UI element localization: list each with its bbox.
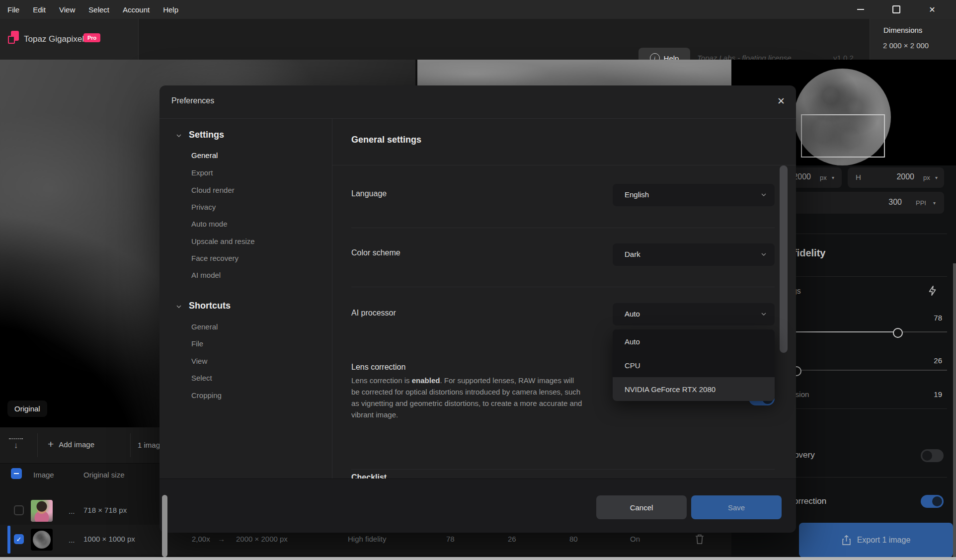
unit-dropdown-icon[interactable]: ▾ xyxy=(935,175,938,180)
add-image-button[interactable]: + Add image xyxy=(48,438,94,450)
slider1-track[interactable] xyxy=(897,331,947,332)
face-recovery-toggle[interactable] xyxy=(921,449,944,462)
close-icon: ✕ xyxy=(929,5,935,14)
dialog-scrollbar[interactable] xyxy=(780,165,788,353)
dropdown-option-cpu[interactable]: CPU xyxy=(613,353,775,377)
color-scheme-select[interactable]: Dark xyxy=(613,243,775,266)
lens-correction-toggle[interactable] xyxy=(921,495,944,508)
image-thumbnail xyxy=(31,500,53,522)
value2-cell: 26 xyxy=(508,535,516,543)
select-all-checkbox[interactable] xyxy=(11,468,22,479)
dialog-title: Preferences xyxy=(171,96,214,105)
filename-ellipsis: ... xyxy=(69,507,75,515)
ai-processor-select[interactable]: Auto xyxy=(613,303,775,325)
value3-cell: 80 xyxy=(569,535,578,543)
height-label: H xyxy=(856,173,861,181)
color-scheme-value: Dark xyxy=(625,250,640,258)
check-icon: ✓ xyxy=(16,536,22,543)
sidebar-item-shortcuts-view[interactable]: View xyxy=(191,357,207,365)
unit-dropdown-icon[interactable]: ▾ xyxy=(933,200,936,206)
toggle-knob xyxy=(932,496,942,506)
collapse-tray-icon[interactable]: ↓ xyxy=(9,438,23,454)
dimensions-box: Dimensions 2 000 × 2 000 xyxy=(870,19,956,60)
general-settings-heading: General settings xyxy=(351,135,421,145)
menu-edit[interactable]: Edit xyxy=(33,5,46,14)
column-header-image: Image xyxy=(33,471,54,479)
toggle-knob xyxy=(922,451,932,461)
sidebar-section-settings[interactable]: Settings xyxy=(189,130,224,140)
sidebar-item-upscale-and-resize[interactable]: Upscale and resize xyxy=(191,237,255,245)
color-scheme-label: Color scheme xyxy=(351,248,400,257)
slider2-track[interactable] xyxy=(796,370,947,371)
delete-image-button[interactable] xyxy=(695,534,705,545)
preferences-dialog: Preferences ✕ Settings General Export Cl… xyxy=(159,85,796,532)
sidebar-item-cloud-render[interactable]: Cloud render xyxy=(191,186,235,194)
sidebar-item-shortcuts-file[interactable]: File xyxy=(191,339,203,348)
sidebar-item-general[interactable]: General xyxy=(191,151,218,160)
original-size-cell: 1000 × 1000 px xyxy=(83,535,135,543)
topaz-logo-icon-outline xyxy=(8,36,15,44)
dropdown-option-nvidia[interactable]: NVIDIA GeForce RTX 2080 xyxy=(613,377,775,401)
menu-account[interactable]: Account xyxy=(123,5,150,14)
row-divider xyxy=(351,228,775,228)
export-button[interactable]: Export 1 image xyxy=(799,523,953,558)
cancel-button[interactable]: Cancel xyxy=(596,495,687,519)
settings-section-chevron[interactable] xyxy=(175,132,183,140)
ai-processor-dropdown: Auto CPU NVIDIA GeForce RTX 2080 xyxy=(613,329,775,401)
row-checkbox[interactable] xyxy=(14,505,24,515)
navigator-viewport-rect[interactable] xyxy=(801,114,885,158)
chevron-down-icon xyxy=(175,132,183,140)
tray-scrollbar[interactable] xyxy=(162,495,167,557)
shortcuts-section-chevron[interactable] xyxy=(175,303,183,311)
menu-help[interactable]: Help xyxy=(163,5,178,14)
window-close-button[interactable]: ✕ xyxy=(925,0,939,19)
menu-view[interactable]: View xyxy=(59,5,75,14)
share-export-icon xyxy=(842,535,851,546)
dropdown-option-auto[interactable]: Auto xyxy=(613,329,775,353)
slider1-handle[interactable] xyxy=(893,328,903,338)
dimensions-value: 2 000 × 2 000 xyxy=(883,41,929,50)
dialog-footer: Cancel Save xyxy=(159,479,796,533)
pro-badge: Pro xyxy=(83,33,100,42)
sidebar-item-shortcuts-select[interactable]: Select xyxy=(191,374,212,382)
row-divider xyxy=(351,469,775,470)
sidebar-item-auto-mode[interactable]: Auto mode xyxy=(191,220,228,228)
row-checkbox[interactable]: ✓ xyxy=(14,534,24,544)
unit-dropdown-icon[interactable]: ▾ xyxy=(832,175,834,180)
arrow-right-icon: → xyxy=(218,535,225,543)
menu-file[interactable]: File xyxy=(7,5,19,14)
menu-select[interactable]: Select xyxy=(88,5,109,14)
image-thumbnail xyxy=(31,529,53,551)
export-button-label: Export 1 image xyxy=(857,536,911,545)
dialog-content: General settings Language English Color … xyxy=(332,118,796,479)
auto-settings-button[interactable] xyxy=(927,285,938,297)
sidebar-item-shortcuts-general[interactable]: General xyxy=(191,322,218,331)
sidebar-section-shortcuts[interactable]: Shortcuts xyxy=(189,301,231,311)
resolution-value: 300 xyxy=(855,198,902,207)
height-field[interactable]: H 2000 px ▾ xyxy=(848,167,944,188)
language-label: Language xyxy=(351,189,387,198)
ai-processor-value: Auto xyxy=(625,310,640,318)
chevron-down-icon xyxy=(175,303,183,311)
dialog-close-button[interactable]: ✕ xyxy=(777,95,785,107)
sidebar-item-privacy[interactable]: Privacy xyxy=(191,203,216,211)
sidebar-item-export[interactable]: Export xyxy=(191,168,213,177)
slider1-value: 78 xyxy=(905,314,942,322)
chevron-down-icon xyxy=(760,191,768,199)
sidebar-item-shortcuts-cropping[interactable]: Cropping xyxy=(191,391,222,400)
menu-bar: File Edit View Select Account Help xyxy=(0,0,956,19)
toolbar-separator xyxy=(37,433,38,457)
language-value: English xyxy=(625,190,649,199)
window-bottom-edge xyxy=(0,557,956,560)
language-select[interactable]: English xyxy=(613,184,775,206)
window-maximize-button[interactable] xyxy=(889,0,903,19)
sidebar-item-face-recovery[interactable]: Face recovery xyxy=(191,254,239,262)
chevron-down-icon xyxy=(760,250,768,258)
plus-icon: + xyxy=(48,438,54,450)
window-minimize-button[interactable] xyxy=(854,0,868,19)
row-divider xyxy=(351,287,775,287)
sidebar-item-ai-model[interactable]: AI model xyxy=(191,271,221,279)
save-button[interactable]: Save xyxy=(691,495,782,519)
panel-scrollbar[interactable] xyxy=(953,263,956,557)
app-title: Topaz Gigapixel™ xyxy=(24,34,88,44)
